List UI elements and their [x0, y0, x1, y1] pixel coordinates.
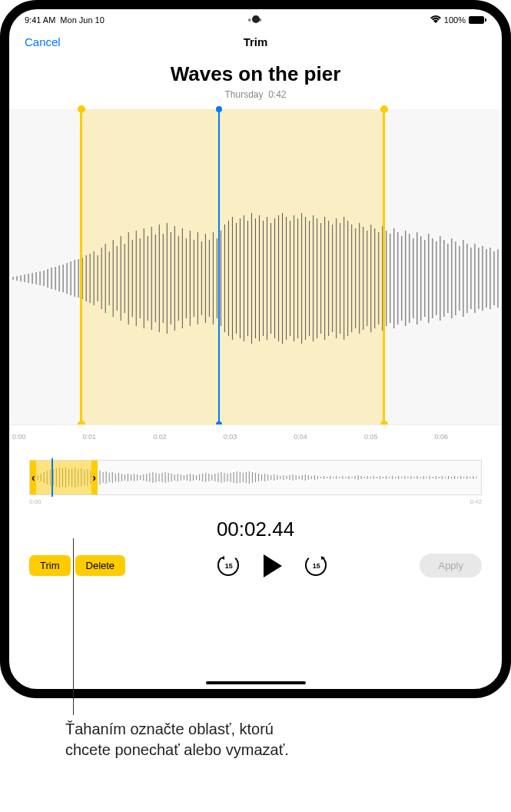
apply-button[interactable]: Apply [420, 554, 482, 577]
delete-button[interactable]: Delete [75, 555, 126, 576]
overview-waveform-graphic [30, 466, 481, 489]
skip-forward-label: 15 [313, 562, 320, 570]
chevron-left-icon[interactable]: ‹ [32, 471, 35, 484]
overview-start-time: 0:00 [29, 498, 41, 505]
recording-header: Waves on the pier Thursday 0:42 [9, 56, 502, 109]
waveform-overview[interactable]: ‹ › [29, 460, 482, 495]
recording-meta: Thursday 0:42 [9, 89, 502, 100]
skip-forward-button[interactable]: 15 ▸ [305, 554, 328, 577]
battery-percent: 100% [444, 15, 466, 25]
camera-notch [252, 15, 260, 23]
nav-title: Trim [244, 35, 268, 48]
nav-bar: Cancel Trim [9, 28, 502, 56]
trim-handle-right[interactable] [383, 109, 385, 424]
current-timecode: 00:02.44 [9, 517, 502, 541]
ruler-tick: 0:06 [431, 433, 502, 441]
overview-end-time: 0:42 [470, 498, 482, 505]
overview-ruler: 0:00 0:42 [29, 498, 482, 505]
skip-back-button[interactable]: 15 ◂ [217, 554, 241, 577]
ruler-tick: 0:03 [221, 433, 291, 441]
callout-text: Ťahaním označte oblasť, ktorú chcete pon… [65, 719, 311, 760]
ruler-tick: 0:01 [80, 433, 151, 441]
trim-handle-left[interactable] [80, 109, 82, 424]
overview-trim-selection[interactable]: ‹ › [30, 461, 98, 494]
ruler-tick: 0:04 [290, 433, 361, 441]
recording-duration: 0:42 [268, 89, 286, 100]
ruler-tick: 0:02 [150, 433, 221, 441]
cancel-button[interactable]: Cancel [25, 35, 61, 48]
chevron-right-icon[interactable]: › [92, 471, 96, 484]
ruler-tick: 0:00 [9, 433, 80, 441]
play-button[interactable] [264, 554, 282, 577]
playhead[interactable] [218, 109, 220, 424]
waveform-main[interactable]: 0:00 0:01 0:02 0:03 0:04 0:05 0:06 [9, 109, 502, 448]
status-time: 9:41 AM [25, 15, 55, 25]
home-indicator[interactable] [206, 681, 306, 684]
controls-row: Trim Delete 15 ◂ 15 ▸ Apply [9, 554, 502, 593]
skip-forward-icon: ▸ [321, 553, 325, 561]
ruler-tick: 0:05 [361, 433, 432, 441]
overview-playhead[interactable] [51, 458, 53, 497]
waveform-graphic [9, 201, 502, 355]
time-ruler: 0:00 0:01 0:02 0:03 0:04 0:05 0:06 [9, 424, 502, 448]
battery-icon [469, 16, 486, 24]
skip-back-label: 15 [225, 562, 233, 570]
recording-title: Waves on the pier [9, 62, 502, 86]
wifi-icon [430, 15, 441, 25]
callout-line [73, 538, 74, 715]
ipad-frame: 9:41 AM Mon Jun 10 ••• 100% Cancel Trim … [0, 0, 511, 698]
recording-day: Thursday [224, 89, 263, 100]
trim-button[interactable]: Trim [29, 555, 71, 576]
skip-back-icon: ◂ [221, 553, 224, 561]
status-date: Mon Jun 10 [60, 15, 104, 25]
